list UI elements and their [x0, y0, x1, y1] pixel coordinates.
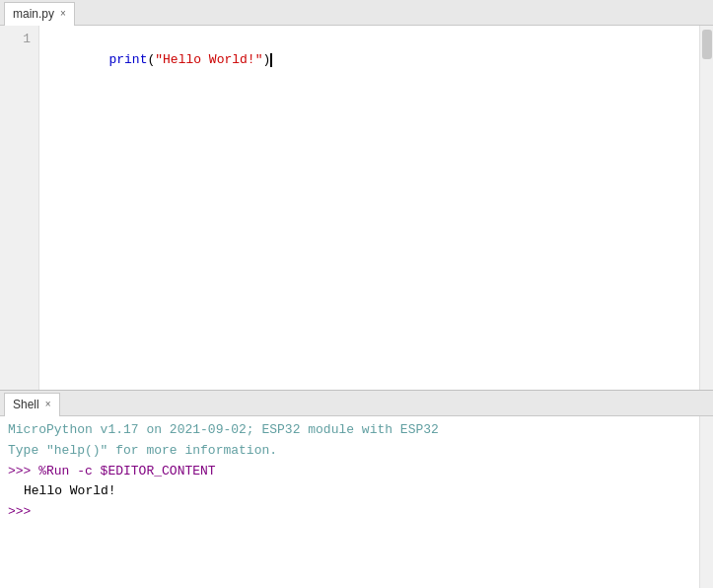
- editor-tab-close-icon[interactable]: ×: [60, 9, 66, 19]
- code-area[interactable]: print("Hello World!"): [39, 26, 699, 390]
- text-cursor: [270, 53, 272, 67]
- shell-section: Shell × MicroPython v1.17 on 2021-09-02;…: [0, 391, 713, 588]
- shell-prompt: >>>: [8, 502, 691, 523]
- editor-section: main.py × 1 print("Hello World!"): [0, 0, 713, 391]
- editor-body: 1 print("Hello World!"): [0, 26, 713, 390]
- string-hello-world: "Hello World!": [155, 52, 262, 67]
- line-numbers: 1: [0, 26, 39, 390]
- shell-tab-bar: Shell ×: [0, 391, 713, 416]
- shell-output-hello: Hello World!: [8, 481, 691, 502]
- shell-info-line1: MicroPython v1.17 on 2021-09-02; ESP32 m…: [8, 420, 691, 441]
- editor-scrollbar[interactable]: [699, 26, 713, 390]
- paren-close: ): [262, 52, 270, 67]
- editor-tab-bar: main.py ×: [0, 0, 713, 26]
- keyword-print: print: [108, 52, 147, 67]
- editor-tab-label: main.py: [13, 7, 54, 21]
- shell-command-run: >>> %Run -c $EDITOR_CONTENT: [8, 462, 691, 482]
- shell-content[interactable]: MicroPython v1.17 on 2021-09-02; ESP32 m…: [0, 416, 699, 588]
- editor-scrollbar-thumb[interactable]: [702, 30, 712, 59]
- shell-tab-close-icon[interactable]: ×: [45, 400, 51, 409]
- shell-scrollbar[interactable]: [699, 416, 713, 588]
- editor-tab-main-py[interactable]: main.py ×: [4, 2, 75, 26]
- shell-body: MicroPython v1.17 on 2021-09-02; ESP32 m…: [0, 416, 713, 588]
- code-line-1: print("Hello World!"): [47, 30, 691, 91]
- shell-info-line2: Type "help()" for more information.: [8, 441, 691, 462]
- shell-tab[interactable]: Shell ×: [4, 393, 60, 416]
- shell-tab-label: Shell: [13, 398, 39, 411]
- line-number-1: 1: [0, 30, 31, 50]
